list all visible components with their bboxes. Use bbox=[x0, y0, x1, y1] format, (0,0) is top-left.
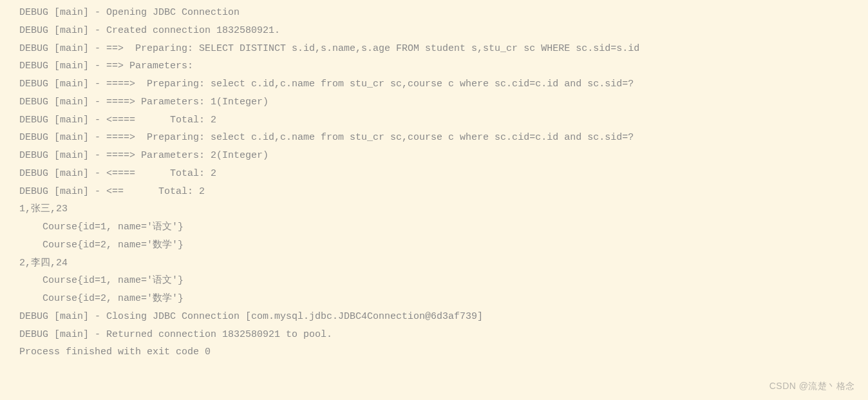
watermark-text: CSDN @流楚丶格念 bbox=[769, 378, 855, 395]
log-line: DEBUG [main] - Closing JDBC Connection [… bbox=[19, 308, 849, 326]
log-line: DEBUG [main] - Created connection 183258… bbox=[19, 22, 849, 40]
output-line: Course{id=2, name='数学'} bbox=[19, 236, 849, 254]
log-line: DEBUG [main] - Opening JDBC Connection bbox=[19, 4, 849, 22]
log-line: DEBUG [main] - Returned connection 18325… bbox=[19, 326, 849, 344]
log-line: DEBUG [main] - ====> Parameters: 1(Integ… bbox=[19, 93, 849, 111]
log-line: DEBUG [main] - ==> Parameters: bbox=[19, 57, 849, 75]
process-exit-line: Process finished with exit code 0 bbox=[19, 343, 849, 361]
log-line: DEBUG [main] - <==== Total: 2 bbox=[19, 165, 849, 183]
log-line: DEBUG [main] - ====> Preparing: select c… bbox=[19, 75, 849, 93]
log-line: DEBUG [main] - ====> Parameters: 2(Integ… bbox=[19, 147, 849, 165]
output-line: Course{id=1, name='语文'} bbox=[19, 218, 849, 236]
output-line: 1,张三,23 bbox=[19, 200, 849, 218]
output-line: 2,李四,24 bbox=[19, 254, 849, 272]
output-line: Course{id=1, name='语文'} bbox=[19, 272, 849, 290]
console-output: DEBUG [main] - Opening JDBC Connection D… bbox=[19, 4, 849, 361]
log-line: DEBUG [main] - ==> Preparing: SELECT DIS… bbox=[19, 40, 849, 58]
output-line: Course{id=2, name='数学'} bbox=[19, 290, 849, 308]
log-line: DEBUG [main] - <== Total: 2 bbox=[19, 183, 849, 201]
log-line: DEBUG [main] - ====> Preparing: select c… bbox=[19, 129, 849, 147]
log-line: DEBUG [main] - <==== Total: 2 bbox=[19, 111, 849, 129]
